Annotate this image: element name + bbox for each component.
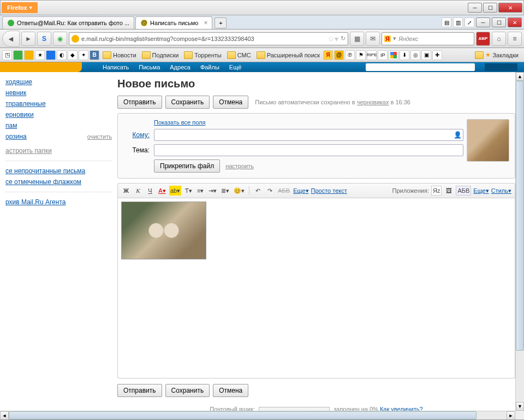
indent-button[interactable]: ⇥▾ — [207, 186, 218, 196]
addon-icon[interactable]: ▥ — [453, 17, 463, 27]
spellcheck-icon[interactable]: АБВ — [456, 186, 471, 196]
addon-icon[interactable]: ▤ — [442, 17, 451, 27]
vertical-scrollbar[interactable]: ▲ ▼ — [515, 72, 524, 411]
attach-settings-link[interactable]: настроить — [225, 163, 254, 169]
plain-text-link[interactable]: Просто текст — [311, 187, 347, 194]
bookmark-icon[interactable] — [46, 50, 56, 60]
translate-icon[interactable]: Яz — [431, 186, 442, 196]
scroll-thumb[interactable] — [9, 411, 477, 419]
folder-spam[interactable]: пам — [5, 120, 112, 131]
folder-inbox[interactable]: ходящие — [5, 76, 112, 87]
reload-icon[interactable]: ↻ — [341, 35, 346, 42]
addon-icon[interactable]: ⤢ — [465, 17, 474, 27]
scroll-right-arrow-icon[interactable]: ► — [507, 411, 515, 419]
mailru-logo[interactable] — [0, 62, 82, 72]
bookmark-icon[interactable]: RIPE — [367, 50, 377, 60]
mail-search-input[interactable] — [366, 63, 475, 71]
bold-button[interactable]: Ж — [121, 186, 131, 196]
bookmark-folder-news[interactable]: Новости — [100, 50, 139, 60]
bookmark-icon[interactable]: @ — [334, 50, 344, 60]
bookmark-folder-torrents[interactable]: Торренты — [182, 50, 223, 60]
bookmark-folder-search[interactable]: Расширеный поиск — [254, 50, 323, 60]
bookmark-icon[interactable]: ℗ — [345, 50, 355, 60]
menu-write[interactable]: Написать — [103, 64, 129, 70]
folder-settings-link[interactable]: астроить папки — [5, 145, 112, 156]
list-button[interactable]: ≣▾ — [220, 186, 230, 196]
bookmark-icon[interactable]: ◳ — [2, 50, 12, 60]
show-all-fields-link[interactable]: Показать все поля — [154, 119, 509, 126]
mail-search-button[interactable] — [485, 63, 517, 71]
bookmark-folder-subs[interactable]: Подписки — [140, 50, 181, 60]
bookmarks-menu[interactable]: ★ Закладки — [473, 50, 521, 60]
bookmark-icon[interactable]: ◆ — [68, 50, 78, 60]
adblock-button[interactable]: ABP — [476, 32, 490, 46]
bookmark-star-icon[interactable]: ☆▾ — [327, 34, 338, 43]
contacts-icon[interactable]: 👤 — [454, 131, 462, 139]
inserted-image[interactable] — [121, 202, 206, 259]
firefox-menu-button[interactable]: Firefox — [2, 2, 38, 13]
maximize-button[interactable]: ☐ — [483, 3, 497, 13]
subject-input[interactable] — [154, 144, 463, 156]
save-button-bottom[interactable]: Сохранить — [165, 384, 210, 397]
bookmark-icon[interactable] — [13, 50, 23, 60]
search-bar[interactable]: Я ▾ Яндекс — [382, 32, 474, 45]
to-input[interactable] — [154, 129, 463, 141]
strike-button[interactable]: АБВ — [277, 186, 291, 196]
unread-link[interactable]: се непрочитанные письма — [5, 165, 112, 176]
url-bar[interactable]: e.mail.ru/cgi-bin/msglist#sentmsg?compos… — [69, 32, 348, 45]
bookmark-icon[interactable]: ✚ — [432, 50, 442, 60]
cancel-button[interactable]: Отмена — [213, 96, 248, 109]
cancel-button-bottom[interactable]: Отмена — [213, 384, 248, 397]
redo-button[interactable]: ↷ — [265, 186, 275, 196]
flagged-link[interactable]: се отмеченные флажком — [5, 176, 112, 187]
emoji-button[interactable]: 😊▾ — [233, 186, 246, 196]
tab-compose[interactable]: @ Написать письмо × — [135, 16, 212, 29]
bookmark-icon[interactable]: IP — [378, 50, 388, 60]
scroll-down-arrow-icon[interactable]: ▼ — [516, 402, 524, 411]
folder-sent[interactable]: тправленные — [5, 98, 112, 109]
tab-answers[interactable]: Ответы@Mail.Ru: Как отправить фото ... — [2, 16, 134, 29]
more-formatting-link[interactable]: Еще▾ — [293, 187, 308, 194]
back-button[interactable]: ◄ — [2, 31, 20, 47]
bookmark-icon[interactable]: Я — [323, 50, 333, 60]
agent-archive-link[interactable]: рхив Mail.Ru Агента — [5, 197, 112, 208]
style-link[interactable]: Стиль▾ — [491, 187, 511, 194]
undo-button[interactable]: ↶ — [253, 186, 263, 196]
tab-close-icon[interactable]: × — [204, 19, 207, 27]
menu-button[interactable]: ≡ — [508, 32, 522, 46]
attach-file-button[interactable]: Прикрепить файл — [154, 159, 220, 173]
scroll-up-arrow-icon[interactable]: ▲ — [516, 72, 524, 81]
underline-button[interactable]: Ч — [145, 186, 155, 196]
bookmark-icon[interactable]: ▣ — [421, 50, 431, 60]
font-color-button[interactable]: А▾ — [157, 186, 167, 196]
scroll-left-arrow-icon[interactable]: ◄ — [0, 411, 9, 419]
drafts-link[interactable]: черновиках — [357, 99, 389, 105]
bookmark-icon[interactable]: ⚑ — [356, 50, 366, 60]
addon-button[interactable]: ◉ — [53, 32, 67, 46]
vk-icon[interactable]: В — [90, 50, 99, 60]
bookmark-icon[interactable]: ✦ — [79, 50, 88, 60]
home-button[interactable]: ⌂ — [492, 32, 506, 46]
bookmark-icon[interactable]: ◐ — [57, 50, 67, 60]
horizontal-scrollbar[interactable]: ◄ ► — [0, 411, 515, 419]
menu-more[interactable]: Ещё — [229, 64, 242, 70]
bookmark-icon[interactable]: ★ — [35, 50, 45, 60]
minimize-button[interactable]: ─ — [468, 3, 482, 13]
bookmark-icon[interactable]: ⬇ — [400, 50, 409, 60]
feed-button[interactable]: ▦ — [350, 32, 364, 46]
italic-button[interactable]: К — [133, 186, 143, 196]
align-button[interactable]: ≡▾ — [195, 186, 205, 196]
editor-body[interactable] — [117, 198, 515, 378]
folder-drafts[interactable]: ерновики — [5, 109, 112, 120]
menu-files[interactable]: Файлы — [200, 64, 219, 70]
addon-button[interactable]: S — [37, 32, 51, 46]
close-button[interactable]: ✕ — [498, 3, 522, 13]
bookmark-icon[interactable]: ◎ — [410, 50, 420, 60]
scroll-thumb[interactable] — [516, 81, 524, 351]
bookmark-folder-sms[interactable]: СМС — [225, 50, 253, 60]
new-tab-button[interactable]: + — [215, 17, 227, 28]
bookmark-icon[interactable] — [24, 50, 34, 60]
cards-icon[interactable]: 🖼 — [444, 186, 454, 196]
bookmark-icon[interactable] — [389, 50, 398, 60]
folder-diary[interactable]: невник — [5, 87, 112, 98]
